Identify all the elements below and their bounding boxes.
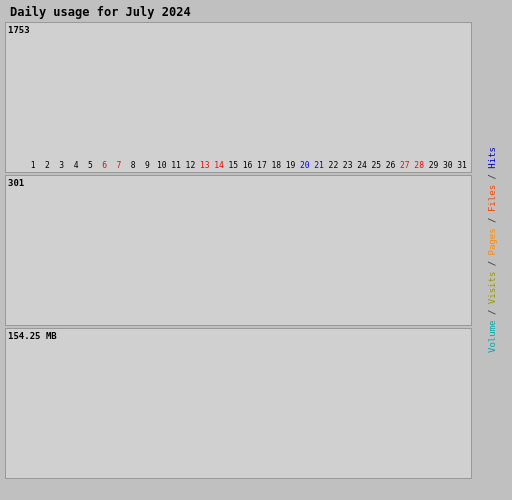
chart-container: Daily usage for July 2024 1753 123456789… (0, 0, 512, 500)
year-label: 2024 (162, 5, 191, 19)
x-label: 11 (169, 161, 183, 170)
right-axis-label: Volume / Visits / Pages / Files / Hits (487, 147, 497, 353)
x-label: 29 (426, 161, 440, 170)
files-label: Files (487, 185, 497, 212)
hits-panel: 1753 12345678910111213141516171819202122… (5, 22, 472, 173)
volume-label: Volume (487, 320, 497, 353)
chart-title: Daily usage for July 2024 (10, 5, 472, 19)
x-label: 17 (255, 161, 269, 170)
x-label: 2 (40, 161, 54, 170)
x-label: 19 (283, 161, 297, 170)
x-label: 21 (312, 161, 326, 170)
x-label: 9 (140, 161, 154, 170)
x-label: 23 (341, 161, 355, 170)
x-label: 25 (369, 161, 383, 170)
x-label: 12 (183, 161, 197, 170)
x-label: 18 (269, 161, 283, 170)
x-label: 14 (212, 161, 226, 170)
x-label: 27 (398, 161, 412, 170)
pages-label: Pages (487, 228, 497, 255)
x-label: 26 (383, 161, 397, 170)
x-label: 15 (226, 161, 240, 170)
x-label: 28 (412, 161, 426, 170)
charts-wrapper: 1753 12345678910111213141516171819202122… (5, 22, 472, 479)
x-label: 10 (155, 161, 169, 170)
visits-bars (26, 178, 469, 311)
x-label: 22 (326, 161, 340, 170)
x-label: 30 (441, 161, 455, 170)
visits-panel: 301 (5, 175, 472, 326)
x-axis-1: 1234567891011121314151617181920212223242… (26, 161, 469, 170)
x-label: 13 (198, 161, 212, 170)
x-label: 31 (455, 161, 469, 170)
volume-panel: 154.25 MB (5, 328, 472, 479)
x-label: 8 (126, 161, 140, 170)
x-label: 6 (97, 161, 111, 170)
x-label: 3 (55, 161, 69, 170)
x-label: 5 (83, 161, 97, 170)
x-label: 1 (26, 161, 40, 170)
x-label: 7 (112, 161, 126, 170)
y-max-label-2: 301 (8, 178, 24, 188)
x-label: 4 (69, 161, 83, 170)
month-label: July (126, 5, 155, 19)
x-label: 16 (240, 161, 254, 170)
hits-bars (26, 25, 469, 158)
visits-label: Visits (487, 272, 497, 305)
hits-label: Hits (487, 147, 497, 169)
volume-bars (26, 331, 469, 464)
x-label: 24 (355, 161, 369, 170)
x-label: 20 (298, 161, 312, 170)
right-label-area: Volume / Visits / Pages / Files / Hits (474, 18, 510, 482)
